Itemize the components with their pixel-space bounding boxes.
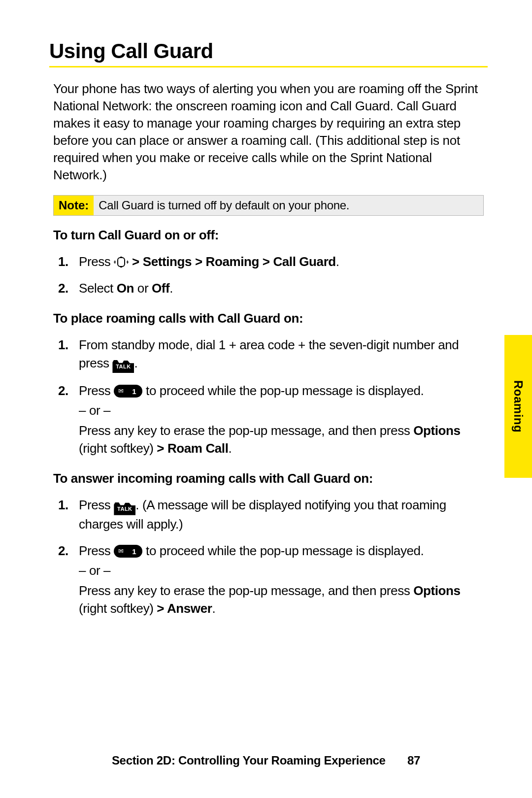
footer-section-text: Section 2D: Controlling Your Roaming Exp… [112, 754, 386, 767]
step-answer-1: 1. Press TALK. (A message will be displa… [79, 496, 480, 533]
section-side-tab: Roaming [504, 335, 532, 478]
step-place-1: 1. From standby mode, dial 1 + area code… [79, 336, 480, 373]
subhead-turn-on-off: To turn Call Guard on or off: [53, 228, 484, 243]
page-title: Using Call Guard [49, 39, 488, 63]
page-number: 87 [407, 754, 420, 767]
step-answer-2: 2. Press to proceed while the pop-up mes… [79, 542, 480, 618]
or-separator: – or – [79, 401, 480, 419]
note-label: Note: [54, 196, 94, 215]
intro-paragraph: Your phone has two ways of alerting you … [53, 80, 484, 184]
steps-place: 1. From standby mode, dial 1 + area code… [49, 336, 488, 457]
one-key-icon [114, 545, 142, 558]
ok-key-icon [114, 257, 129, 269]
svg-rect-2 [120, 266, 122, 267]
note-box: Note: Call Guard is turned off by defaul… [53, 195, 484, 216]
steps-answer: 1. Press TALK. (A message will be displa… [49, 496, 488, 617]
svg-rect-0 [118, 258, 125, 266]
subhead-answer-calls: To answer incoming roaming calls with Ca… [53, 471, 484, 486]
page-footer: Section 2D: Controlling Your Roaming Exp… [0, 754, 532, 767]
note-text: Call Guard is turned off by default on y… [94, 196, 483, 215]
step-place-2: 2. Press to proceed while the pop-up mes… [79, 382, 480, 458]
side-tab-label: Roaming [511, 380, 525, 432]
step-turn-2: 2. Select On or Off. [79, 279, 480, 297]
subhead-place-calls: To place roaming calls with Call Guard o… [53, 311, 484, 326]
talk-key-icon: TALK [112, 360, 134, 373]
talk-key-icon: TALK [114, 502, 135, 515]
one-key-icon [114, 385, 142, 398]
or-separator: – or – [79, 562, 480, 579]
steps-turn: 1. Press > Settings > Roaming > Call Gua… [49, 253, 488, 298]
title-underline [49, 66, 488, 67]
step-turn-1: 1. Press > Settings > Roaming > Call Gua… [79, 253, 480, 270]
svg-rect-1 [120, 257, 122, 258]
